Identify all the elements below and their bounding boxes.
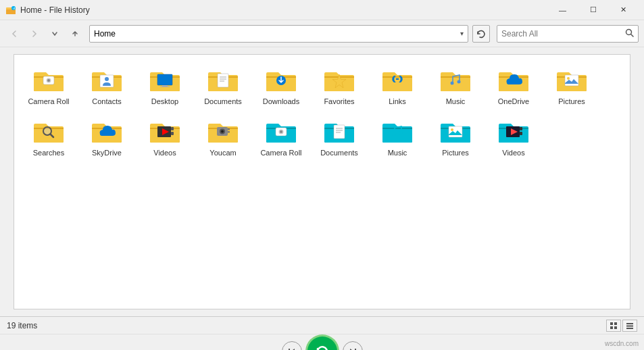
- minimize-button[interactable]: —: [547, 0, 578, 20]
- svg-point-24: [457, 80, 461, 84]
- back-button[interactable]: [5, 25, 23, 43]
- svg-point-40: [280, 130, 282, 133]
- folder-icon: [497, 66, 530, 94]
- forward-button[interactable]: [26, 25, 43, 43]
- watermark: wscdn.com: [605, 340, 639, 347]
- folder-label: Pictures: [558, 97, 585, 106]
- svg-point-46: [399, 132, 403, 135]
- folder-label: Documents: [320, 148, 358, 157]
- folder-icon: [265, 117, 297, 145]
- address-dropdown-icon[interactable]: ▾: [460, 30, 464, 37]
- search-icon: [625, 28, 634, 39]
- folder-icon: [207, 66, 239, 94]
- folder-item[interactable]: Contacts: [79, 61, 134, 110]
- folder-item[interactable]: Desktop: [137, 61, 193, 110]
- folder-item[interactable]: Pictures: [428, 113, 483, 161]
- folder-label: Downloads: [263, 97, 299, 106]
- folder-item[interactable]: Searches: [21, 113, 76, 161]
- svg-rect-37: [228, 131, 230, 133]
- toolbar: ▾: [0, 20, 644, 47]
- address-input[interactable]: [94, 29, 460, 39]
- folder-label: Contacts: [92, 97, 121, 106]
- search-bar: [497, 25, 639, 43]
- nav-dropdown-button[interactable]: [46, 25, 64, 43]
- folder-item[interactable]: Videos: [486, 113, 541, 161]
- folder-label: Music: [388, 148, 407, 157]
- folder-icon: [439, 117, 472, 145]
- folder-item[interactable]: Camera Roll: [253, 113, 309, 161]
- svg-rect-47: [449, 126, 462, 137]
- svg-rect-16: [218, 74, 228, 87]
- folder-icon: [381, 66, 414, 94]
- playback-bar: [0, 334, 644, 350]
- folder-icon: [439, 66, 472, 94]
- title-bar: ↺ Home - File History — ☐ ✕: [0, 0, 644, 20]
- up-button[interactable]: [66, 25, 84, 43]
- svg-rect-59: [626, 328, 633, 329]
- folder-item[interactable]: Documents: [195, 61, 251, 110]
- folder-icon: [207, 117, 239, 145]
- folder-label: SkyDrive: [92, 148, 122, 157]
- svg-rect-12: [157, 74, 172, 85]
- svg-rect-31: [171, 127, 174, 130]
- folder-item[interactable]: Favorites: [312, 61, 367, 110]
- svg-rect-15: [160, 86, 170, 87]
- folder-item[interactable]: SkyDrive: [79, 113, 134, 161]
- folder-icon: [32, 117, 65, 145]
- svg-point-11: [105, 77, 109, 81]
- folder-icon: [555, 66, 588, 94]
- svg-rect-41: [334, 125, 345, 139]
- svg-point-45: [393, 133, 396, 136]
- folder-label: Camera Roll: [260, 148, 301, 157]
- svg-point-48: [451, 128, 453, 131]
- previous-button[interactable]: [282, 341, 302, 351]
- svg-rect-22: [396, 78, 399, 80]
- svg-rect-32: [171, 132, 174, 135]
- folder-label: Searches: [33, 148, 64, 157]
- svg-point-23: [451, 82, 454, 85]
- folder-item[interactable]: Downloads: [253, 61, 309, 110]
- maximize-button[interactable]: ☐: [578, 0, 608, 20]
- folder-item[interactable]: Pictures: [544, 61, 599, 110]
- folder-item[interactable]: Documents: [312, 113, 367, 161]
- icon-grid: Camera Roll Contacts Desktop Documents: [21, 61, 623, 162]
- folder-label: Favorites: [324, 97, 354, 106]
- svg-rect-56: [614, 326, 617, 329]
- folder-item[interactable]: Videos: [137, 113, 193, 161]
- folder-label: OneDrive: [498, 97, 529, 106]
- folder-label: Videos: [502, 148, 524, 157]
- svg-rect-52: [520, 132, 522, 135]
- folder-label: Documents: [204, 97, 242, 106]
- folder-item[interactable]: OneDrive: [486, 61, 541, 110]
- folder-item[interactable]: Music: [370, 113, 425, 161]
- restore-button[interactable]: [307, 336, 337, 351]
- status-bar: 19 items: [0, 316, 644, 334]
- refresh-button[interactable]: [472, 25, 490, 43]
- folder-item[interactable]: Links: [370, 61, 425, 110]
- folder-icon: [91, 66, 123, 94]
- svg-rect-51: [520, 127, 522, 130]
- folder-icon: [323, 66, 355, 94]
- svg-line-6: [631, 34, 634, 36]
- list-view-button[interactable]: [622, 320, 637, 332]
- details-view-button[interactable]: [606, 320, 621, 332]
- search-input[interactable]: [501, 29, 625, 39]
- svg-rect-58: [626, 325, 633, 326]
- folder-icon: [323, 117, 355, 145]
- folder-label: Links: [389, 97, 406, 106]
- close-button[interactable]: ✕: [608, 0, 639, 20]
- folder-label: Music: [446, 97, 466, 106]
- svg-rect-53: [610, 322, 613, 325]
- folder-icon: [265, 66, 297, 94]
- folder-label: Videos: [153, 148, 176, 157]
- svg-point-35: [221, 130, 224, 133]
- next-button[interactable]: [343, 341, 363, 351]
- svg-rect-2: [6, 9, 16, 14]
- folder-item[interactable]: Youcam: [195, 113, 251, 161]
- svg-rect-14: [162, 85, 168, 86]
- folder-icon: [91, 117, 123, 145]
- folder-item[interactable]: Music: [428, 61, 483, 110]
- svg-point-26: [567, 77, 570, 80]
- folder-item[interactable]: Camera Roll: [21, 61, 76, 110]
- address-bar: ▾: [89, 25, 468, 43]
